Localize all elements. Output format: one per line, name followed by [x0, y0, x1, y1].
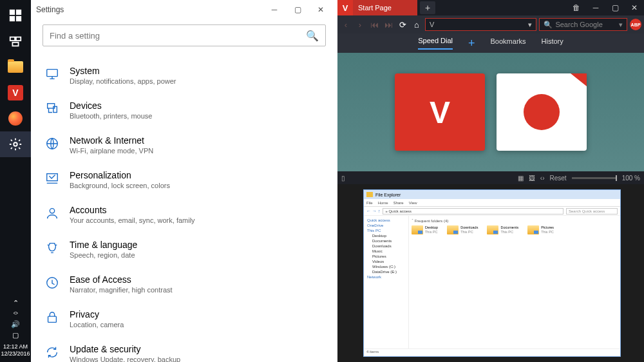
settings-item-personalization[interactable]: PersonalizationBackground, lock screen, …: [43, 162, 326, 197]
explorer-address-bar[interactable]: » Quick access: [383, 208, 564, 214]
settings-item-ease[interactable]: Ease of AccessNarrator, magnifier, high …: [43, 267, 326, 301]
nav-quick-access[interactable]: Quick access: [366, 218, 406, 223]
network-icon: [44, 135, 61, 152]
tab-history[interactable]: History: [542, 37, 564, 49]
taskbar-clock[interactable]: 12:12 AM 12/23/2016: [1, 343, 30, 358]
speed-dial-tile[interactable]: [497, 73, 587, 151]
settings-item-update[interactable]: Update & securityWindows Update, recover…: [43, 336, 326, 362]
system-icon: [44, 66, 61, 82]
file-explorer-window[interactable]: File Explorer File Home Share View ← → ↑…: [363, 189, 621, 357]
svg-point-7: [14, 142, 17, 146]
maximize-button[interactable]: ▢: [605, 0, 625, 15]
nav-item[interactable]: Desktop: [366, 233, 406, 238]
settings-item-accounts[interactable]: AccountsYour accounts, email, sync, work…: [43, 197, 326, 232]
chevron-up-icon[interactable]: ⌃: [13, 299, 19, 307]
volume-icon[interactable]: 🔊: [11, 320, 20, 329]
home-button[interactable]: ⌂: [411, 20, 422, 30]
nav-onedrive[interactable]: OneDrive: [366, 223, 406, 228]
nav-item[interactable]: DataDrive (E:): [366, 269, 406, 274]
vivaldi-taskbar[interactable]: V: [0, 80, 31, 106]
code-icon[interactable]: ‹›: [540, 175, 545, 182]
folder-item[interactable]: DocumentsThis PC: [487, 225, 518, 234]
tab-bookmarks[interactable]: Bookmarks: [491, 37, 526, 49]
new-tab-button[interactable]: +: [420, 1, 435, 14]
wifi-icon[interactable]: ⌔: [14, 310, 18, 318]
folder-icon: [366, 192, 373, 197]
settings-titlebar[interactable]: Settings ─ ▢ ✕: [31, 0, 337, 19]
close-button[interactable]: ✕: [309, 0, 332, 19]
trash-icon[interactable]: 🗑: [567, 0, 586, 15]
svg-rect-10: [53, 106, 57, 112]
forward-button[interactable]: ›: [354, 20, 366, 30]
folder-item[interactable]: DesktopThis PC: [412, 225, 438, 234]
firefox-taskbar[interactable]: [0, 106, 31, 131]
settings-title: Settings: [36, 5, 263, 14]
minimize-button[interactable]: ─: [263, 0, 286, 19]
ribbon-view[interactable]: View: [409, 201, 417, 205]
svg-rect-1: [16, 10, 21, 15]
ribbon-file[interactable]: File: [366, 201, 373, 205]
nav-item[interactable]: Videos: [366, 259, 406, 264]
nav-network[interactable]: Network: [366, 274, 406, 280]
search-bar[interactable]: 🔍Search Google▾: [539, 18, 627, 31]
minimize-button[interactable]: ─: [586, 0, 605, 15]
nav-item[interactable]: Downloads: [366, 243, 406, 249]
desktop[interactable]: V Start Page + 🗑 ─ ▢ ✕ ‹ › ⏮ ⏭ ⟳ ⌂ V▾ 🔍S…: [337, 0, 644, 362]
start-button[interactable]: [0, 3, 31, 28]
speed-dial-tile[interactable]: V: [395, 73, 485, 151]
tile-icon[interactable]: ▦: [518, 175, 524, 182]
startpage-tabs: Speed Dial + Bookmarks History: [337, 33, 644, 53]
fastforward-button[interactable]: ⏭: [383, 20, 394, 30]
folder-item[interactable]: DownloadsThis PC: [447, 225, 478, 234]
settings-item-time[interactable]: Time & languageSpeech, region, date: [43, 232, 326, 267]
nav-back-button[interactable]: ← → ↑: [366, 209, 380, 213]
add-speed-dial-button[interactable]: +: [468, 37, 475, 50]
svg-rect-4: [10, 37, 15, 41]
chevron-down-icon[interactable]: ▾: [528, 21, 532, 29]
task-view-button[interactable]: [0, 28, 31, 54]
explorer-titlebar[interactable]: File Explorer: [364, 190, 620, 199]
explorer-nav-pane[interactable]: Quick access OneDrive This PC Desktop Do…: [364, 216, 409, 348]
folder-item[interactable]: PicturesThis PC: [527, 225, 554, 234]
settings-item-devices[interactable]: DevicesBluetooth, printers, mouse: [43, 93, 326, 128]
vivaldi-logo[interactable]: V: [337, 0, 353, 15]
maximize-button[interactable]: ▢: [286, 0, 309, 19]
settings-search-input[interactable]: Find a setting 🔍: [43, 24, 326, 46]
zoom-level: 100 %: [622, 175, 640, 182]
panel-toggle-icon[interactable]: ▯: [341, 175, 345, 182]
back-button[interactable]: ‹: [340, 20, 352, 30]
settings-item-network[interactable]: Network & InternetWi-Fi, airplane mode, …: [43, 128, 326, 162]
ribbon-share[interactable]: Share: [393, 201, 404, 205]
chevron-down-icon[interactable]: ▾: [619, 21, 623, 29]
svg-point-13: [50, 209, 54, 213]
nav-this-pc[interactable]: This PC: [366, 228, 406, 233]
nav-item[interactable]: Music: [366, 249, 406, 254]
rewind-button[interactable]: ⏮: [368, 20, 380, 30]
zoom-slider[interactable]: [572, 177, 617, 179]
explorer-content[interactable]: ˅ Frequent folders (4) DesktopThis PC Do…: [409, 216, 620, 348]
adblock-icon[interactable]: ABP: [630, 19, 641, 30]
ease-icon: [44, 274, 61, 291]
privacy-icon: [44, 309, 61, 326]
svg-rect-8: [47, 70, 58, 77]
browser-tab[interactable]: Start Page: [353, 0, 417, 15]
zoom-reset-button[interactable]: Reset: [550, 175, 567, 182]
nav-item[interactable]: Pictures: [366, 254, 406, 259]
settings-taskbar[interactable]: [0, 131, 31, 157]
settings-item-privacy[interactable]: PrivacyLocation, camera: [43, 301, 326, 336]
nav-item[interactable]: Documents: [366, 238, 406, 243]
nav-item[interactable]: Windows (C:): [366, 264, 406, 269]
search-placeholder: Find a setting: [50, 31, 306, 41]
close-button[interactable]: ✕: [625, 0, 644, 15]
firefox-icon: [8, 111, 23, 126]
image-icon[interactable]: 🖼: [529, 175, 535, 182]
file-explorer-taskbar[interactable]: [0, 54, 31, 80]
action-center-icon[interactable]: ▢: [12, 331, 19, 339]
ribbon-home[interactable]: Home: [378, 201, 388, 205]
tab-speed-dial[interactable]: Speed Dial: [418, 37, 453, 50]
explorer-search-input[interactable]: Search Quick access: [566, 208, 618, 214]
address-bar[interactable]: V▾: [425, 18, 536, 31]
reload-button[interactable]: ⟳: [397, 20, 408, 30]
system-tray[interactable]: ⌃ ⌔ 🔊 ▢: [11, 299, 20, 339]
settings-item-system[interactable]: SystemDisplay, notifications, apps, powe…: [43, 58, 326, 93]
